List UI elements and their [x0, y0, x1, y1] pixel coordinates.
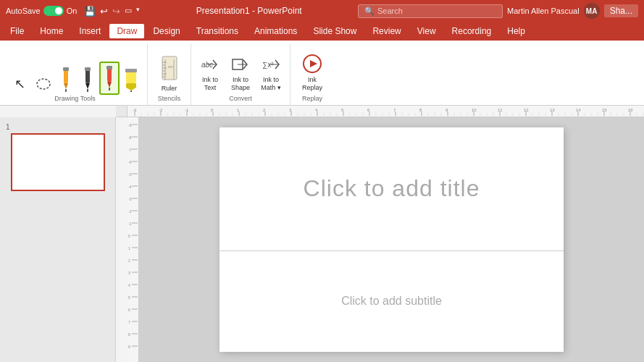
menu-home[interactable]: Home	[33, 24, 70, 38]
slide-number: 1	[3, 123, 112, 131]
svg-point-0	[37, 79, 50, 89]
toggle-knob	[55, 7, 62, 14]
ribbon-group-stencils: cm Ruler Stencils	[148, 43, 191, 105]
ribbon: ↖	[0, 41, 644, 106]
svg-text:-3: -3	[133, 108, 137, 112]
title-bar: AutoSave On 💾 ↩ ↪ ▭ ▾ Presentation1 - Po…	[0, 0, 644, 22]
svg-text:13: 13	[550, 108, 555, 112]
main-area: 1 -9-8-7-6-5-4-3-2-10123456789 Click to …	[0, 117, 644, 362]
search-icon: 🔍	[364, 7, 375, 16]
ink-to-shape-icon	[230, 54, 251, 75]
canvas-area[interactable]: Click to add title Click to add subtitle	[139, 117, 644, 362]
ribbon-group-convert: abc Ink toText Ink toShape ∑x²	[191, 43, 290, 105]
ink-replay-button[interactable]: InkReplay	[297, 50, 327, 95]
svg-marker-10	[107, 82, 112, 88]
avatar-initials: MA	[586, 7, 598, 15]
convert-row: abc Ink toText Ink toShape ∑x²	[196, 45, 285, 95]
horizontal-ruler: -3-2-1012345678910111213141516	[116, 106, 644, 117]
slide-subtitle-placeholder[interactable]: Click to add subtitle	[341, 295, 442, 308]
lasso-tool[interactable]	[33, 73, 54, 95]
title-bar-toolbar: 💾 ↩ ↪ ▭ ▾	[84, 6, 140, 17]
pen-dark-tool[interactable]	[78, 64, 98, 95]
ruler-label: Ruler	[162, 85, 177, 92]
autosave-switch[interactable]	[43, 6, 64, 16]
svg-text:cm: cm	[168, 64, 173, 69]
ink-to-shape-button[interactable]: Ink toShape	[226, 51, 255, 95]
slide-canvas[interactable]: Click to add title Click to add subtitle	[219, 127, 564, 352]
svg-rect-3	[63, 67, 69, 71]
svg-text:15: 15	[602, 108, 607, 112]
slide-title-placeholder[interactable]: Click to add title	[304, 175, 480, 202]
title-bar-left: AutoSave On 💾 ↩ ↪ ▭ ▾	[6, 6, 140, 17]
menu-animations[interactable]: Animations	[247, 24, 304, 38]
menu-draw[interactable]: Draw	[109, 24, 144, 38]
autosave-label: AutoSave	[6, 7, 41, 15]
menu-bar: File Home Insert Draw Design Transitions…	[0, 22, 644, 41]
convert-label: Convert	[229, 95, 252, 104]
pen-red-tool[interactable]	[99, 62, 120, 95]
svg-text:-2: -2	[159, 108, 163, 112]
ribbon-group-drawing-tools: ↖	[3, 43, 148, 105]
replay-row: InkReplay	[297, 45, 327, 95]
menu-file[interactable]: File	[3, 24, 31, 38]
search-bar[interactable]: 🔍	[358, 4, 503, 18]
svg-marker-2	[64, 83, 68, 89]
title-bar-right: 🔍 Martin Allen Pascual MA Sha...	[358, 3, 638, 19]
ink-to-text-button[interactable]: abc Ink toText	[196, 51, 225, 95]
svg-rect-135	[127, 117, 138, 362]
menu-recording[interactable]: Recording	[445, 24, 499, 38]
avatar[interactable]: MA	[584, 3, 600, 19]
redo-icon[interactable]: ↪	[112, 6, 120, 17]
customize-icon[interactable]: ▭	[125, 6, 132, 17]
slide-subtitle-area[interactable]: Click to add subtitle	[219, 251, 564, 353]
share-label: Sha...	[610, 6, 632, 16]
menu-slideshow[interactable]: Slide Show	[306, 24, 364, 38]
ink-replay-label: InkReplay	[302, 76, 322, 92]
menu-transitions[interactable]: Transitions	[189, 24, 246, 38]
vertical-ruler: -9-8-7-6-5-4-3-2-10123456789	[127, 117, 139, 362]
svg-text:4: 4	[128, 283, 130, 287]
svg-text:-1: -1	[128, 222, 132, 226]
save-icon[interactable]: 💾	[84, 6, 96, 17]
left-panel: 1	[0, 117, 127, 362]
ink-replay-icon	[301, 53, 323, 75]
menu-insert[interactable]: Insert	[72, 24, 108, 38]
user-name: Martin Allen Pascual	[507, 7, 580, 15]
slide-thumbnail[interactable]	[11, 133, 105, 191]
cursor-tool[interactable]: ↖	[9, 73, 31, 95]
search-input[interactable]	[377, 7, 493, 15]
menu-help[interactable]: Help	[500, 24, 532, 38]
menu-review[interactable]: Review	[365, 24, 408, 38]
svg-text:0: 0	[128, 234, 130, 238]
svg-text:10: 10	[472, 108, 477, 112]
lasso-icon	[35, 76, 51, 92]
svg-text:2: 2	[128, 258, 130, 263]
svg-text:-3: -3	[128, 197, 132, 201]
svg-rect-11	[106, 66, 112, 70]
autosave-toggle[interactable]: AutoSave On	[6, 6, 77, 16]
svg-marker-14	[126, 83, 136, 90]
stencils-label: Stencils	[158, 95, 181, 104]
svg-text:-1: -1	[185, 108, 189, 112]
ruler-h-marks: -3-2-1012345678910111213141516	[127, 106, 644, 117]
ruler-button[interactable]: cm Ruler	[155, 51, 184, 95]
svg-text:9: 9	[128, 345, 130, 349]
pen-red-icon	[102, 66, 117, 90]
ink-to-text-icon: abc	[200, 54, 220, 75]
slide-title-area[interactable]: Click to add title	[219, 127, 564, 251]
svg-rect-7	[85, 67, 91, 71]
undo-icon[interactable]: ↩	[100, 6, 108, 17]
svg-text:-5: -5	[128, 172, 132, 177]
menu-view[interactable]: View	[410, 24, 443, 38]
svg-text:8: 8	[128, 332, 130, 337]
menu-design[interactable]: Design	[146, 24, 187, 38]
ink-to-math-button[interactable]: ∑x² Ink toMath ▾	[256, 51, 285, 95]
pen-gold-tool[interactable]	[56, 64, 76, 95]
svg-text:3: 3	[128, 271, 130, 275]
ink-to-shape-label: Ink toShape	[231, 76, 250, 92]
highlighter-yellow-tool[interactable]	[121, 64, 141, 95]
ink-to-math-label: Ink toMath ▾	[261, 76, 281, 92]
share-button[interactable]: Sha...	[604, 4, 638, 17]
drawing-tools-label: Drawing Tools	[54, 95, 95, 104]
svg-text:-9: -9	[128, 123, 132, 127]
